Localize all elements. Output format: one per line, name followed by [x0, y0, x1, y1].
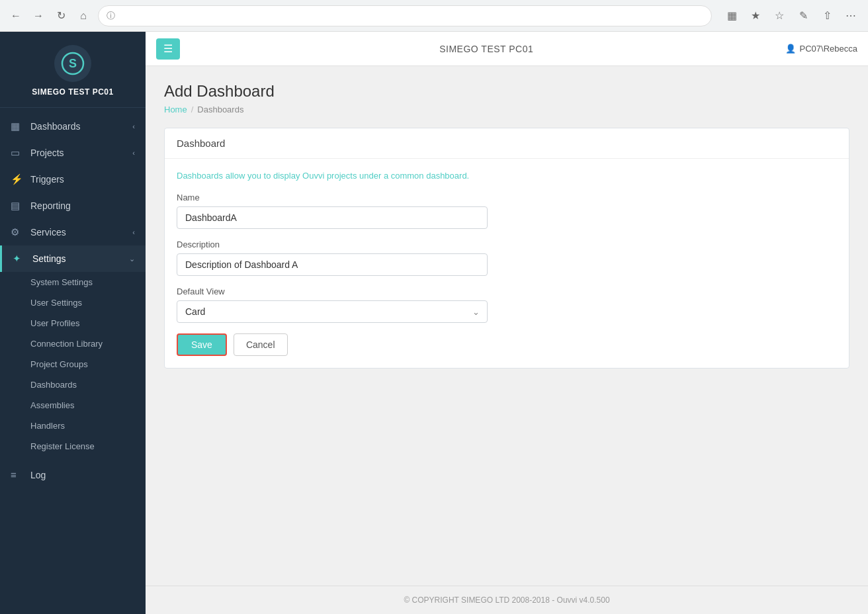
bookmark-button[interactable]: ★ [746, 7, 765, 25]
sidebar-sub-system-settings[interactable]: System Settings [0, 272, 146, 292]
dashboards-arrow: ‹ [132, 122, 135, 130]
reload-button[interactable]: ↻ [53, 8, 69, 24]
sidebar-toggle-button[interactable]: ☰ [156, 38, 180, 60]
main-content: ☰ SIMEGO TEST PC01 👤 PC07\Rebecca Add Da… [146, 32, 868, 614]
page-footer: © COPYRIGHT SIMEGO LTD 2008-2018 - Ouvvi… [146, 586, 868, 614]
card-header: Dashboard [165, 128, 849, 159]
settings-arrow: ⌄ [129, 255, 135, 263]
services-icon: ⚙ [11, 226, 24, 238]
default-view-select[interactable]: Card List Table [177, 300, 488, 323]
triggers-icon: ⚡ [11, 173, 24, 185]
dashboards-icon: ▦ [11, 120, 24, 132]
default-view-form-group: Default View Card List Table ⌄ [177, 286, 837, 323]
sidebar-item-settings[interactable]: ✦ Settings ⌄ [0, 245, 146, 272]
log-icon: ≡ [11, 469, 24, 480]
default-view-label: Default View [177, 286, 837, 296]
home-button[interactable]: ⌂ [75, 8, 91, 24]
svg-text:S: S [69, 57, 77, 70]
sidebar-sub-assemblies[interactable]: Assemblies [0, 395, 146, 416]
name-form-group: Name [177, 193, 837, 229]
sidebar-sub-dashboards[interactable]: Dashboards [0, 374, 146, 395]
info-icon: ⓘ [107, 10, 115, 22]
sidebar-item-services[interactable]: ⚙ Services ‹ [0, 219, 146, 245]
projects-arrow: ‹ [132, 149, 135, 157]
more-button[interactable]: ⋯ [842, 7, 860, 25]
settings-icon: ✦ [13, 253, 26, 265]
card-body: Dashboards allow you to display Ouvvi pr… [165, 159, 849, 368]
sidebar-sub-user-profiles[interactable]: User Profiles [0, 313, 146, 333]
page-content: Add Dashboard Home / Dashboards Dashboar… [146, 66, 868, 586]
description-label: Description [177, 240, 837, 249]
browser-chrome: ← → ↻ ⌂ ⓘ ▦ ★ ☆ ✎ ⇧ ⋯ [0, 0, 868, 32]
sidebar-sub-project-groups[interactable]: Project Groups [0, 354, 146, 374]
name-input[interactable] [177, 206, 488, 229]
sidebar: S SIMEGO TEST PC01 ▦ Dashboards ‹ ▭ Proj… [0, 32, 146, 614]
annotate-button[interactable]: ✎ [794, 7, 812, 25]
user-label: PC07\Rebecca [800, 44, 857, 54]
reporting-icon: ▤ [11, 200, 24, 212]
sidebar-item-projects[interactable]: ▭ Projects ‹ [0, 140, 146, 166]
breadcrumb-home[interactable]: Home [164, 105, 187, 114]
description-input[interactable] [177, 253, 488, 276]
projects-icon: ▭ [11, 147, 24, 159]
address-bar: ⓘ [98, 5, 712, 26]
sidebar-logo: S SIMEGO TEST PC01 [0, 32, 146, 108]
sidebar-sub-handlers[interactable]: Handlers [0, 416, 146, 436]
sidebar-item-reporting[interactable]: ▤ Reporting [0, 193, 146, 219]
save-button[interactable]: Save [177, 333, 227, 356]
sidebar-item-dashboards[interactable]: ▦ Dashboards ‹ [0, 113, 146, 140]
card-info-text: Dashboards allow you to display Ouvvi pr… [177, 171, 837, 181]
app-container: S SIMEGO TEST PC01 ▦ Dashboards ‹ ▭ Proj… [0, 32, 868, 614]
breadcrumb: Home / Dashboards [164, 105, 849, 114]
name-label: Name [177, 193, 837, 202]
breadcrumb-dashboards: Dashboards [197, 105, 243, 114]
reading-list-button[interactable]: ☆ [770, 7, 789, 25]
top-bar: ☰ SIMEGO TEST PC01 👤 PC07\Rebecca [146, 32, 868, 66]
sidebar-item-log[interactable]: ≡ Log [0, 462, 146, 488]
browser-icons: ▦ ★ ☆ ✎ ⇧ ⋯ [722, 7, 860, 25]
sidebar-sub-connection-library[interactable]: Connection Library [0, 333, 146, 354]
hamburger-icon: ☰ [163, 42, 173, 55]
dashboard-form-card: Dashboard Dashboards allow you to displa… [164, 128, 849, 369]
sidebar-item-triggers[interactable]: ⚡ Triggers [0, 166, 146, 193]
breadcrumb-separator: / [191, 105, 194, 114]
services-arrow: ‹ [132, 228, 135, 236]
description-form-group: Description [177, 240, 837, 276]
logo-svg: S [61, 52, 85, 75]
reader-view-button[interactable]: ▦ [722, 7, 741, 25]
form-actions: Save Cancel [177, 333, 837, 356]
sidebar-logo-text: SIMEGO TEST PC01 [32, 87, 113, 97]
back-button[interactable]: ← [8, 8, 24, 24]
top-bar-user: 👤 PC07\Rebecca [785, 44, 857, 54]
address-input[interactable] [119, 11, 703, 21]
app-logo-icon: S [54, 45, 91, 82]
sidebar-sub-user-settings[interactable]: User Settings [0, 292, 146, 313]
user-icon: 👤 [785, 44, 796, 54]
default-view-wrapper: Card List Table ⌄ [177, 300, 488, 323]
cancel-button[interactable]: Cancel [234, 333, 288, 356]
page-title: Add Dashboard [164, 82, 849, 101]
top-bar-title: SIMEGO TEST PC01 [188, 44, 785, 54]
forward-button[interactable]: → [30, 8, 46, 24]
share-button[interactable]: ⇧ [818, 7, 836, 25]
footer-text: © COPYRIGHT SIMEGO LTD 2008-2018 - Ouvvi… [404, 595, 609, 605]
sidebar-sub-register-license[interactable]: Register License [0, 436, 146, 457]
sidebar-navigation: ▦ Dashboards ‹ ▭ Projects ‹ ⚡ Triggers ▤… [0, 108, 146, 614]
